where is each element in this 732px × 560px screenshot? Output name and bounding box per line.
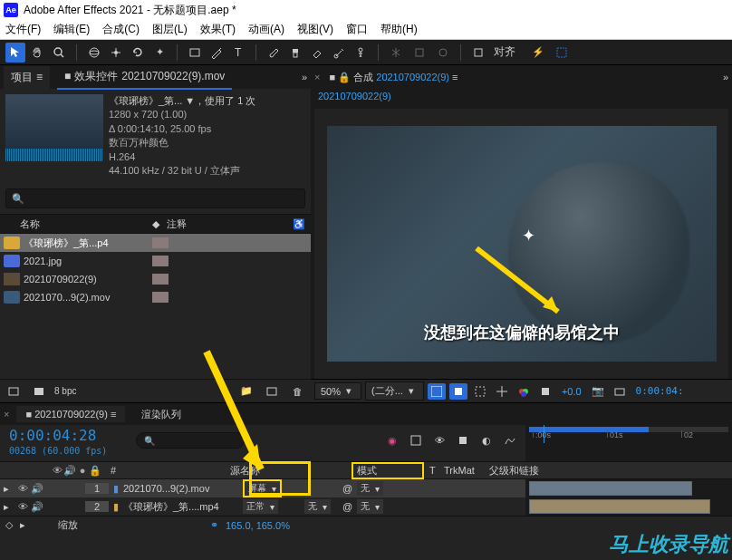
parent-dropdown[interactable]: 无 ▾ (357, 499, 383, 514)
twirl-icon[interactable]: ▸ (20, 519, 25, 531)
col-type[interactable]: 注释 (167, 217, 221, 231)
frame-blend-icon[interactable] (453, 430, 473, 450)
menu-layer[interactable]: 图层(L) (152, 22, 188, 37)
search-icon[interactable] (552, 43, 572, 63)
region-icon[interactable] (471, 383, 489, 400)
type-tool[interactable]: T (228, 43, 248, 63)
pan-behind-tool[interactable] (106, 43, 126, 63)
current-timecode[interactable]: 0:00:04:28 (0, 425, 136, 446)
close-tab-icon[interactable]: × (314, 72, 320, 82)
tab-effect-controls[interactable]: ■ 效果控件 20210709022(9).mov (57, 65, 232, 90)
channel-icon[interactable] (515, 383, 533, 400)
menu-composition[interactable]: 合成(C) (102, 22, 140, 37)
puppet-tool[interactable] (351, 43, 371, 63)
keyframe-nav-icon[interactable]: ◇ (5, 519, 13, 531)
render-queue-tab[interactable]: 渲染队列 (132, 405, 190, 424)
col-trkmat[interactable]: TrkMat (438, 465, 484, 476)
playhead[interactable] (544, 425, 544, 443)
lock-icon[interactable]: 🔒 (89, 464, 101, 477)
anchor-tool[interactable]: ✦ (149, 43, 169, 63)
pickwhip-icon[interactable]: @ (342, 501, 357, 512)
layer-row[interactable]: ▸ 👁🔊 1 ▮ 2021070...9(2).mov 屏幕 ▾ @ 无 ▾ (0, 479, 525, 497)
viewer-timecode[interactable]: 0:00:04: (636, 385, 684, 397)
asset-row[interactable]: 2021070...9(2).mov (0, 288, 311, 306)
asset-row[interactable]: 2021.jpg (0, 252, 311, 270)
menu-help[interactable]: 帮助(H) (380, 22, 418, 37)
menu-window[interactable]: 窗口 (346, 22, 368, 37)
col-name[interactable]: 名称 (0, 217, 145, 231)
tab-project[interactable]: 项目 ≡ (4, 66, 50, 89)
transparency-grid-icon[interactable] (428, 383, 446, 400)
asset-row[interactable]: 《琅琊榜》_第...p4 (0, 234, 311, 252)
guides-icon[interactable] (493, 383, 511, 400)
new-folder-icon[interactable]: 📁 (236, 381, 256, 401)
twirl-icon[interactable]: ▸ (0, 483, 13, 495)
resolution-dropdown[interactable]: (二分... ▾ (365, 381, 424, 401)
close-tab-icon[interactable]: × (4, 409, 9, 420)
comp-viewer[interactable]: ✦ 没想到在这偏僻的易馆之中 (314, 109, 728, 379)
delete-icon[interactable]: 🗑 (287, 381, 307, 401)
panel-menu-icon[interactable]: » (723, 72, 728, 82)
trkmat-dropdown[interactable]: 无 ▾ (304, 499, 331, 514)
asset-row[interactable]: 20210709022(9) (0, 270, 311, 288)
zoom-dropdown[interactable]: 50% ▾ (314, 382, 361, 400)
eraser-tool[interactable] (307, 43, 327, 63)
brush-tool[interactable] (264, 43, 284, 63)
motion-blur-icon[interactable]: ◐ (477, 430, 496, 450)
twirl-icon[interactable]: ▸ (0, 501, 13, 513)
comp-tab[interactable]: ■ 🔒 合成 20210709022(9) ≡ (329, 71, 458, 84)
label-color[interactable] (152, 274, 169, 285)
audio-toggle[interactable]: 🔊 (31, 482, 43, 495)
show-snapshot-icon[interactable] (611, 383, 629, 400)
layer-clip-bar[interactable] (529, 481, 692, 496)
col-t[interactable]: T (424, 465, 438, 476)
eye-icon[interactable]: 👁 (51, 464, 63, 477)
constrain-icon[interactable]: ⚭ (210, 519, 218, 531)
project-search-input[interactable]: 🔍 (5, 188, 305, 208)
property-label[interactable]: 缩放 (58, 518, 78, 532)
pickwhip-icon[interactable]: @ (342, 483, 357, 494)
solo-toggle[interactable] (45, 482, 58, 495)
timeline-tab[interactable]: ■ 20210709022(9) ≡ (16, 406, 125, 422)
zoom-tool[interactable] (49, 43, 69, 63)
menu-edit[interactable]: 编辑(E) (53, 22, 90, 37)
col-source-name[interactable]: 源名称 (225, 464, 352, 478)
snapshot-icon[interactable]: 📷 (589, 383, 607, 400)
col-label[interactable]: ◆ (145, 218, 167, 230)
hand-tool[interactable] (27, 43, 47, 63)
timeline-ruler[interactable]: :00s 01s 02 (525, 425, 732, 443)
eye-toggle[interactable]: 👁 (16, 482, 29, 495)
comp-breadcrumb[interactable]: 20210709022(9) (311, 89, 732, 109)
label-color[interactable] (152, 292, 169, 303)
snapping-options-icon[interactable]: ⚡ (528, 43, 548, 63)
reset-exposure-icon[interactable] (536, 383, 554, 400)
layer-name[interactable]: 2021070...9(2).mov (123, 483, 243, 494)
bpc-label[interactable]: 8 bpc (54, 386, 76, 396)
menu-view[interactable]: 视图(V) (297, 22, 333, 37)
layer-clip-bar[interactable] (529, 499, 710, 514)
menu-file[interactable]: 文件(F) (5, 22, 41, 37)
hide-shy-icon[interactable]: 👁 (429, 430, 449, 450)
interpret-footage-icon[interactable] (4, 381, 24, 401)
audio-icon[interactable]: 🔊 (63, 464, 76, 477)
new-comp-icon[interactable] (262, 381, 282, 401)
comp-mini-flowchart-icon[interactable]: ◉ (382, 430, 402, 450)
mask-toggle-icon[interactable] (449, 383, 467, 400)
solo-toggle[interactable] (45, 500, 58, 513)
panel-menu-icon[interactable]: » (302, 72, 307, 82)
asset-title[interactable]: 《琅琊榜》_第... ▼ (109, 95, 195, 106)
layer-name[interactable]: 《琅琊榜》_第....mp4 (123, 500, 243, 514)
audio-toggle[interactable]: 🔊 (31, 500, 43, 513)
layer-row[interactable]: ▸ 👁🔊 2 ▮ 《琅琊榜》_第....mp4 正常 ▾ 无 ▾ @ 无 ▾ (0, 497, 525, 516)
timeline-search-input[interactable] (136, 432, 245, 449)
local-axis-icon[interactable] (386, 43, 406, 63)
world-axis-icon[interactable] (409, 43, 429, 63)
parent-dropdown[interactable]: 无 ▾ (357, 481, 383, 496)
col-parent[interactable]: 父级和链接 (484, 464, 565, 478)
label-color[interactable] (152, 237, 169, 248)
bpc-toggle[interactable] (29, 381, 49, 401)
blend-mode-dropdown[interactable]: 屏幕 ▾ (243, 479, 282, 497)
selection-tool[interactable] (5, 43, 25, 63)
label-color[interactable] (152, 256, 169, 266)
blend-mode-dropdown[interactable]: 正常 ▾ (243, 499, 278, 514)
